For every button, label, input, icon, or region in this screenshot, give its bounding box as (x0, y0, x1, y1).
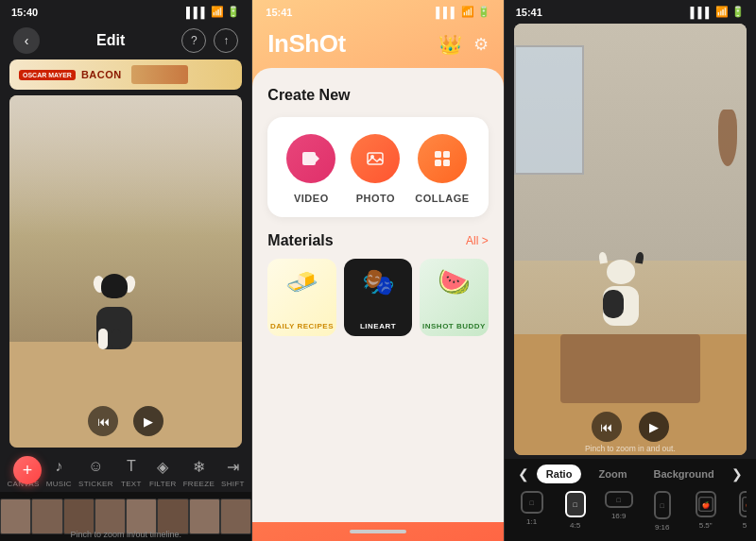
ratio-1-1[interactable]: □ 1:1 (514, 491, 550, 532)
scene-background (9, 95, 242, 236)
battery-icon-1: 🔋 (227, 6, 240, 18)
panel-edit: 15:40 ▌▌▌ 📶 🔋 ‹ Edit ? ↑ OSCAR MAYER BAC… (0, 0, 251, 541)
ratio-label-1-1: 1:1 (526, 517, 537, 526)
tab-ratio[interactable]: Ratio (537, 465, 582, 483)
ad-text: BACON (81, 69, 122, 80)
create-collage[interactable]: COLLAGE (415, 134, 469, 204)
tab-background[interactable]: Background (644, 465, 724, 483)
cat-ear-right (635, 251, 644, 263)
back-button[interactable]: ‹ (13, 27, 40, 54)
ratio-5-5[interactable]: 🍎 5.5" (688, 491, 724, 532)
gear-icon[interactable]: ⚙ (473, 34, 489, 55)
shift-label: SHIFT (221, 480, 245, 488)
status-bar-3: 15:41 ▌▌▌ 📶 🔋 (505, 0, 756, 24)
collage-icon (418, 134, 467, 183)
wifi-icon-2: 📶 (461, 6, 474, 18)
help-button[interactable]: ? (181, 28, 206, 53)
freeze-icon: ❄ (187, 455, 210, 478)
ratio-box-9-16: □ (654, 491, 671, 519)
svg-rect-4 (435, 151, 441, 158)
toolbar-music[interactable]: ♪ MUSIC (46, 455, 72, 488)
ratio-label-5-8: 5.8" (743, 521, 747, 530)
play-button-2[interactable]: ▶ (639, 412, 669, 442)
svg-marker-1 (316, 155, 319, 162)
tab-zoom[interactable]: Zoom (589, 465, 636, 483)
cat-head (607, 260, 635, 284)
dog-leg-left (98, 329, 108, 349)
material-lineart[interactable]: 🎭 LINEART (344, 259, 412, 336)
signal-icon-1: ▌▌▌ (186, 7, 208, 18)
rewind-button-1[interactable]: ⏮ (88, 406, 118, 436)
battery-icon-2: 🔋 (477, 6, 490, 18)
chevron-down-icon[interactable]: ❯ (731, 466, 743, 482)
signal-icon-3: ▌▌▌ (691, 7, 713, 18)
signal-icon-2: ▌▌▌ (436, 7, 457, 18)
toolbar-text[interactable]: T TEXT (120, 455, 143, 488)
share-button[interactable]: ↑ (214, 28, 238, 53)
all-link[interactable]: All > (466, 234, 489, 247)
cat-body-dark (603, 290, 624, 318)
timeline-1[interactable]: Pinch to zoom in/out timeline. (0, 492, 251, 541)
panel-video: 15:41 ▌▌▌ 📶 🔋 ⏮ ▶ Pinch to zoo (505, 0, 756, 541)
time-1: 15:40 (11, 7, 38, 18)
ratio-label-4-5: 4:5 (570, 521, 580, 530)
ratio-box-16-9: □ (605, 491, 633, 508)
crown-icon[interactable]: 👑 (438, 33, 462, 56)
top-bar: ‹ Edit ? ↑ (0, 24, 251, 59)
video-label: VIDEO (294, 193, 329, 204)
home-header: InShOt 👑 ⚙ (252, 24, 503, 68)
text-label: TEXT (121, 480, 142, 488)
add-button[interactable]: + (13, 456, 42, 484)
checkmark-icon[interactable]: ❮ (518, 466, 529, 482)
ratio-tabs: ❮ Ratio Zoom Background ❯ (514, 465, 747, 483)
play-controls-1: ⏮ ▶ (88, 406, 163, 436)
ratio-16-9[interactable]: □ 16:9 (601, 491, 637, 532)
recipes-art: 🧈 (267, 266, 335, 297)
ad-banner[interactable]: OSCAR MAYER BACON (9, 59, 242, 90)
toolbar-sticker[interactable]: ☺ STICKER (78, 455, 113, 488)
toolbar-shift[interactable]: ⇥ SHIFT (221, 455, 245, 488)
play-button-1[interactable]: ▶ (133, 406, 163, 436)
pinch-hint: Pinch to zoom in and out. (514, 444, 747, 453)
home-bar (350, 530, 406, 533)
material-recipes[interactable]: 🧈 DAILY RECIPES (267, 259, 335, 336)
video-icon (286, 134, 335, 183)
lineart-label: LINEART (344, 322, 412, 330)
ad-logo: OSCAR MAYER (19, 70, 76, 80)
status-icons-1: ▌▌▌ 📶 🔋 (186, 6, 240, 18)
create-video[interactable]: VIDEO (286, 134, 335, 204)
edit-title: Edit (96, 32, 125, 49)
collage-label: COLLAGE (415, 193, 469, 204)
top-bar-icons: ? ↑ (181, 28, 238, 53)
status-icons-3: ▌▌▌ 📶 🔋 (691, 6, 745, 18)
svg-rect-6 (435, 160, 441, 166)
ratio-4-5[interactable]: □ 4:5 (558, 491, 593, 532)
ratio-options: □ 1:1 □ 4:5 □ 16:9 □ 9:16 (514, 491, 747, 535)
music-label: MUSIC (46, 480, 72, 488)
rewind-button-2[interactable]: ⏮ (592, 412, 622, 442)
ratio-label-9-16: 9:16 (655, 523, 670, 532)
text-icon: T (120, 455, 143, 478)
create-new-label: Create New (267, 87, 488, 104)
dog-leg-right (112, 329, 121, 349)
material-buddy[interactable]: 🍉 INSHOT BUDDY (420, 259, 488, 336)
toolbar-filter[interactable]: ◈ FILTER (149, 455, 177, 488)
photo-label: PHOTO (356, 193, 395, 204)
svg-rect-0 (302, 152, 316, 165)
ad-image (131, 65, 188, 84)
ratio-5-8[interactable]: 🍎 5.8" (731, 491, 747, 532)
create-photo[interactable]: PHOTO (351, 134, 400, 204)
time-2: 15:41 (266, 7, 292, 18)
status-icons-2: ▌▌▌ 📶 🔋 (436, 6, 490, 18)
buddy-art: 🍉 (420, 266, 488, 297)
dog-scene (9, 95, 242, 448)
ratio-box-4-5: □ (565, 491, 586, 517)
music-icon: ♪ (47, 455, 70, 478)
ratio-9-16[interactable]: □ 9:16 (644, 491, 680, 532)
timeline-info: Pinch to zoom in/out timeline. (0, 530, 251, 539)
photo-icon (351, 134, 400, 183)
status-bar-1: 15:40 ▌▌▌ 📶 🔋 (0, 0, 251, 24)
sticker-label: STICKER (78, 480, 113, 488)
toolbar-freeze[interactable]: ❄ FREEZE (183, 455, 215, 488)
filter-icon: ◈ (151, 455, 174, 478)
